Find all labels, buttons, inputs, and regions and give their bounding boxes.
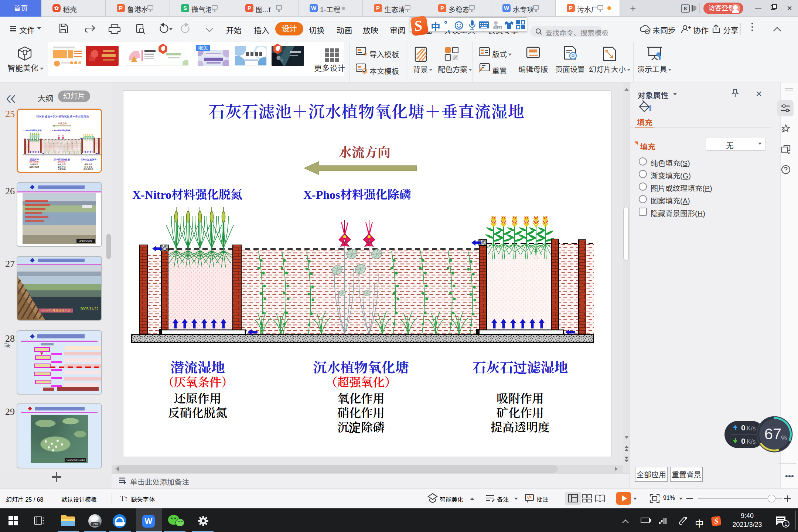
svg-text:1: 1 — [784, 521, 787, 527]
svg-text:16: 16 — [498, 26, 501, 30]
svg-text:67: 67 — [764, 425, 782, 443]
svg-text:%: % — [781, 434, 787, 441]
